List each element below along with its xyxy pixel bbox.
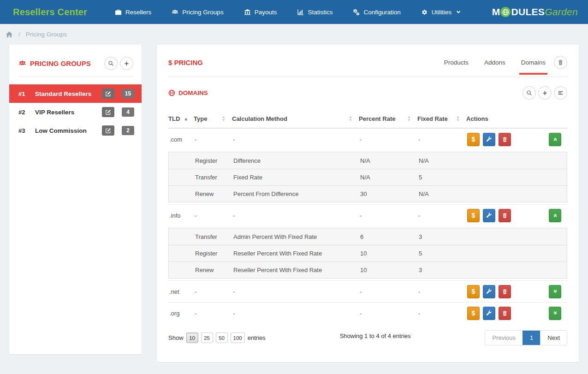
nav-item-resellers[interactable]: Resellers — [115, 9, 151, 16]
pricing-button[interactable]: $ — [467, 209, 480, 222]
column-header-tld[interactable]: TLD ▲ — [168, 115, 194, 122]
nav-item-payouts[interactable]: Payouts — [244, 9, 277, 16]
home-icon[interactable] — [6, 31, 13, 38]
detail-row: Renew Percent From Difference 30 N/A — [169, 185, 567, 202]
gears-icon — [353, 9, 360, 16]
delete-button[interactable] — [499, 209, 511, 222]
delete-pricing-button[interactable] — [554, 56, 567, 69]
group-number: #1 — [18, 90, 35, 97]
configure-button[interactable] — [483, 285, 495, 298]
method-cell: Reseller Percent With Fixed Rate — [232, 264, 359, 276]
group-name: Standard Resellers — [35, 90, 102, 97]
wrench-icon — [486, 289, 492, 295]
group-row-standard-resellers[interactable]: #1 Standard Resellers 15 — [9, 84, 142, 103]
configure-button[interactable] — [483, 209, 495, 222]
trash-icon — [558, 59, 564, 65]
users-icon — [172, 9, 178, 16]
domains-title-text: DOMAINS — [178, 89, 208, 96]
page-1-button[interactable]: 1 — [523, 331, 540, 345]
app-brand[interactable]: Resellers Center — [13, 7, 87, 18]
modulesgarden-logo: M DULES Garden — [492, 6, 578, 18]
column-header-type[interactable]: Type ▲▼ — [194, 115, 232, 122]
nav-label: Resellers — [125, 9, 151, 16]
search-domains-button[interactable] — [523, 86, 536, 100]
method-cell: - — [232, 133, 359, 146]
collapse-button[interactable] — [549, 133, 561, 146]
detail-row: Register Reseller Percent With Fixed Rat… — [169, 245, 567, 261]
logo-text: Garden — [545, 6, 578, 18]
pricing-button[interactable]: $ — [467, 307, 480, 320]
nav-label: Payouts — [255, 9, 277, 16]
delete-button[interactable] — [499, 133, 511, 146]
tld-cell: .net — [168, 285, 194, 298]
method-cell: - — [232, 209, 359, 222]
expand-button[interactable] — [549, 307, 561, 320]
nav-item-utilities[interactable]: Utilities — [421, 9, 461, 16]
column-label: Actions — [466, 115, 488, 122]
delete-button[interactable] — [499, 285, 511, 298]
entries-label: entries — [248, 334, 266, 341]
pricing-groups-title-text: PRICING GROUPS — [30, 59, 91, 67]
configure-button[interactable] — [483, 133, 495, 146]
page-size-25-button[interactable]: 25 — [201, 332, 213, 343]
logo-text: M — [492, 6, 500, 18]
edit-group-button[interactable] — [102, 107, 114, 117]
column-label: Fixed Rate — [417, 115, 448, 122]
logo-globe-icon — [500, 7, 511, 17]
bar-chart-icon — [297, 9, 304, 16]
fixed-cell: 3 — [418, 264, 467, 276]
column-header-percent-rate[interactable]: Percent Rate ▲▼ — [359, 115, 417, 122]
expand-button[interactable] — [549, 285, 561, 298]
collapse-button[interactable] — [549, 209, 561, 222]
sort-icon: ▲▼ — [349, 116, 352, 122]
previous-page-button[interactable]: Previous — [485, 331, 523, 345]
column-header-calculation-method[interactable]: Calculation Method ▲▼ — [232, 115, 359, 122]
plus-icon: + — [125, 60, 129, 67]
percent-cell: - — [359, 209, 417, 222]
edit-icon — [105, 128, 111, 134]
fixed-cell: - — [417, 307, 466, 320]
delete-button[interactable] — [499, 307, 511, 320]
detail-row: Transfer Fixed Rate N/A 5 — [169, 169, 567, 185]
tab-addons[interactable]: Addons — [484, 59, 505, 66]
fixed-cell: 5 — [418, 171, 467, 184]
percent-cell: 30 — [359, 188, 418, 200]
nav-item-pricing-groups[interactable]: Pricing Groups — [172, 9, 223, 16]
search-groups-button[interactable] — [104, 57, 118, 70]
method-cell: Reseller Percent With Fixed Rate — [232, 247, 359, 260]
column-header-actions: Actions — [466, 115, 567, 122]
page-size-50-button[interactable]: 50 — [216, 332, 228, 343]
nav-item-statistics[interactable]: Statistics — [297, 9, 333, 16]
table-header: TLD ▲ Type ▲▼ Calculation Method ▲▼ Perc… — [168, 112, 567, 128]
trash-icon — [502, 137, 508, 142]
column-header-fixed-rate[interactable]: Fixed Rate ▲▼ — [417, 115, 466, 122]
percent-cell: 10 — [359, 247, 418, 260]
tab-domains[interactable]: Domains — [521, 59, 546, 66]
next-page-button[interactable]: Next — [540, 331, 567, 345]
configure-button[interactable] — [483, 307, 495, 320]
group-row-vip-resellers[interactable]: #2 VIP Resellers 4 — [9, 103, 142, 121]
edit-group-button[interactable] — [102, 89, 114, 99]
breadcrumb-separator: / — [18, 31, 20, 38]
edit-group-button[interactable] — [102, 125, 114, 136]
show-label: Show — [168, 334, 184, 341]
add-group-button[interactable]: + — [120, 57, 133, 70]
page-size-100-button[interactable]: 100 — [231, 332, 245, 343]
pricing-button[interactable]: $ — [467, 285, 480, 298]
column-label: Calculation Method — [232, 115, 287, 122]
tab-products[interactable]: Products — [444, 59, 469, 66]
type-cell: Transfer — [194, 171, 232, 184]
wrench-icon — [486, 310, 492, 316]
detail-row: Register Difference N/A N/A — [169, 152, 567, 169]
percent-cell: 6 — [359, 231, 418, 243]
list-options-button[interactable] — [554, 86, 567, 100]
group-row-low-commission[interactable]: #3 Low Commission 2 — [9, 121, 142, 140]
table-row-com: .com - - - - $ — [168, 128, 567, 150]
page-size-10-button[interactable]: 10 — [186, 332, 198, 343]
wrench-icon — [486, 137, 492, 142]
type-cell: Renew — [194, 264, 232, 276]
type-cell: - — [194, 285, 232, 298]
pricing-button[interactable]: $ — [467, 133, 480, 146]
add-domain-button[interactable]: + — [538, 86, 552, 100]
nav-item-configuration[interactable]: Configuration — [353, 9, 400, 16]
